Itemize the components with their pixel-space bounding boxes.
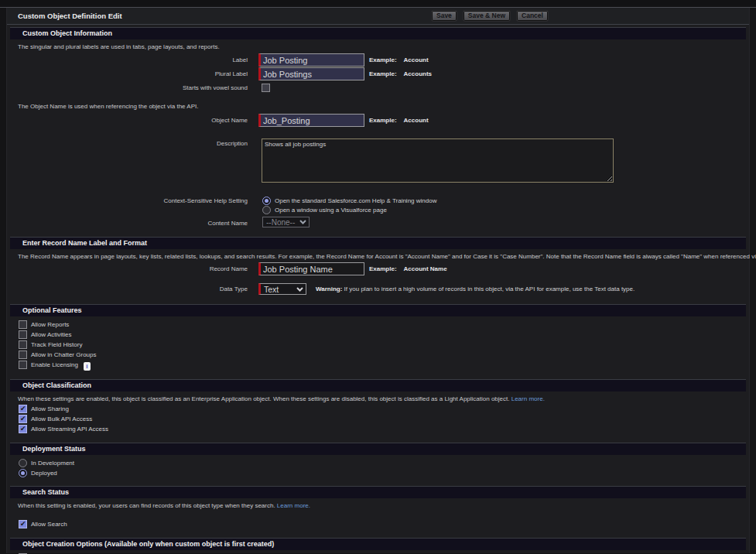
example-label: Example:	[369, 117, 397, 124]
feature-row: Track Field History	[7, 340, 749, 349]
label-input[interactable]	[258, 53, 364, 67]
deployment-row: Deployed	[7, 469, 749, 477]
header-button-row: Save Save & New Cancel	[431, 8, 549, 24]
classification-row: Allow Sharing	[7, 405, 749, 413]
example-value: Account	[404, 56, 429, 63]
allow-chatter-groups-checkbox[interactable]	[19, 351, 27, 359]
plural-label-input[interactable]	[258, 67, 364, 80]
search-status-intro-text: When this setting is enabled, your users…	[7, 498, 749, 509]
help-visualforce-radio[interactable]	[262, 206, 271, 214]
help-visualforce-option-label: Open a window using a Visualforce page	[275, 206, 387, 214]
allow-bulk-api-checkbox[interactable]	[19, 415, 27, 423]
section-header-creation-options: Object Creation Options (Available only …	[10, 538, 746, 550]
record-name-field-label: Record Name	[7, 262, 258, 272]
section-header-optional-features: Optional Features	[10, 304, 746, 316]
help-setting-label: Context-Sensitive Help Setting	[7, 197, 258, 204]
track-field-history-checkbox[interactable]	[19, 340, 27, 349]
deployed-label: Deployed	[31, 469, 57, 477]
section-header-object-classification: Object Classification	[10, 379, 746, 392]
allow-streaming-api-checkbox[interactable]	[19, 425, 27, 433]
in-development-label: In Development	[31, 459, 74, 467]
allow-sharing-label: Allow Sharing	[31, 405, 69, 413]
classification-intro: When these settings are enabled, this ob…	[18, 395, 509, 402]
allow-activities-label: Allow Activities	[31, 330, 71, 339]
section-header-deployment-status: Deployment Status	[10, 443, 746, 455]
description-field-label: Description	[7, 138, 258, 147]
feature-row: Allow Reports	[7, 320, 749, 329]
enable-licensing-checkbox[interactable]	[19, 361, 27, 369]
allow-chatter-groups-label: Allow in Chatter Groups	[31, 351, 96, 359]
content-name-label: Content Name	[7, 217, 258, 227]
example-value: Accounts	[404, 70, 432, 77]
object-name-note-text: The Object Name is used when referencing…	[7, 92, 749, 110]
allow-activities-checkbox[interactable]	[19, 330, 27, 339]
custom-object-edit-page: Custom Object Definition Edit Save Save …	[6, 8, 750, 553]
help-standard-option-label: Open the standard Salesforce.com Help & …	[275, 197, 436, 205]
allow-search-checkbox[interactable]	[19, 520, 27, 528]
object-name-example: Example:Account	[369, 114, 429, 124]
data-type-select[interactable]: Text	[258, 283, 306, 295]
section-header-custom-object-information: Custom Object Information	[10, 27, 746, 39]
content-name-selected-value: --None--	[266, 218, 295, 227]
object-name-input[interactable]	[258, 114, 364, 127]
search-row: Allow Search	[7, 520, 749, 528]
enable-licensing-label: Enable Licensing	[31, 361, 78, 369]
data-type-selected-value: Text	[264, 285, 279, 294]
feature-row: Enable Licensing	[7, 361, 749, 369]
example-value: Account	[404, 117, 429, 124]
example-value: Account Name	[404, 265, 447, 272]
allow-sharing-checkbox[interactable]	[19, 405, 27, 413]
object-name-field-label: Object Name	[7, 114, 258, 124]
deployment-row: In Development	[7, 459, 749, 467]
classification-row: Allow Streaming API Access	[7, 425, 749, 433]
label-field-label: Label	[7, 53, 258, 63]
plural-label-example: Example:Accounts	[369, 67, 432, 77]
record-name-input[interactable]	[258, 262, 364, 275]
labels-intro-text: The singular and plural labels are used …	[7, 39, 749, 50]
example-label: Example:	[369, 265, 397, 272]
cancel-button[interactable]: Cancel	[516, 10, 549, 22]
page-title: Custom Object Definition Edit	[7, 12, 122, 20]
label-example: Example:Account	[369, 53, 429, 63]
data-type-field-label: Data Type	[7, 283, 258, 292]
classification-row: Allow Bulk API Access	[7, 415, 749, 423]
description-textarea[interactable]: Shows all job postings	[262, 138, 614, 183]
search-status-intro: When this setting is enabled, your users…	[18, 502, 275, 509]
allow-bulk-api-label: Allow Bulk API Access	[31, 415, 92, 423]
allow-search-label: Allow Search	[31, 520, 67, 528]
in-development-radio[interactable]	[19, 459, 27, 467]
page-header: Custom Object Definition Edit Save Save …	[7, 8, 749, 25]
allow-reports-label: Allow Reports	[31, 320, 69, 329]
track-field-history-label: Track Field History	[31, 340, 82, 349]
feature-row: Allow Activities	[7, 330, 749, 339]
record-name-example: Example:Account Name	[369, 262, 447, 272]
data-type-warning: Warning: If you plan to insert a high vo…	[316, 283, 635, 292]
vowel-sound-label: Starts with vowel sound	[7, 84, 258, 91]
info-icon[interactable]	[84, 362, 91, 371]
feature-row: Allow in Chatter Groups	[7, 351, 749, 359]
record-name-intro-text: The Record Name appears in page layouts,…	[7, 249, 749, 260]
classification-learn-more-link[interactable]: Learn more.	[511, 395, 545, 402]
warning-text: If you plan to insert a high volume of r…	[344, 286, 635, 292]
section-header-search-status: Search Status	[10, 486, 746, 498]
help-standard-radio[interactable]	[262, 197, 271, 205]
content-name-select[interactable]: --None--	[262, 217, 310, 227]
chevron-down-icon	[299, 220, 306, 224]
classification-intro-text: When these settings are enabled, this ob…	[7, 392, 749, 402]
warning-label: Warning:	[316, 286, 342, 292]
chevron-down-icon	[296, 287, 303, 292]
deployed-radio[interactable]	[19, 469, 27, 477]
vowel-sound-checkbox[interactable]	[262, 84, 270, 92]
save-and-new-button[interactable]: Save & New	[463, 10, 511, 22]
allow-streaming-api-label: Allow Streaming API Access	[31, 425, 108, 433]
section-header-record-name: Enter Record Name Label and Format	[10, 237, 746, 249]
plural-label-field-label: Plural Label	[7, 67, 258, 77]
search-learn-more-link[interactable]: Learn more.	[277, 502, 310, 509]
save-button[interactable]: Save	[431, 10, 457, 22]
allow-reports-checkbox[interactable]	[19, 320, 27, 329]
example-label: Example:	[369, 56, 397, 63]
example-label: Example:	[369, 70, 397, 77]
browser-top-strip	[0, 0, 756, 8]
